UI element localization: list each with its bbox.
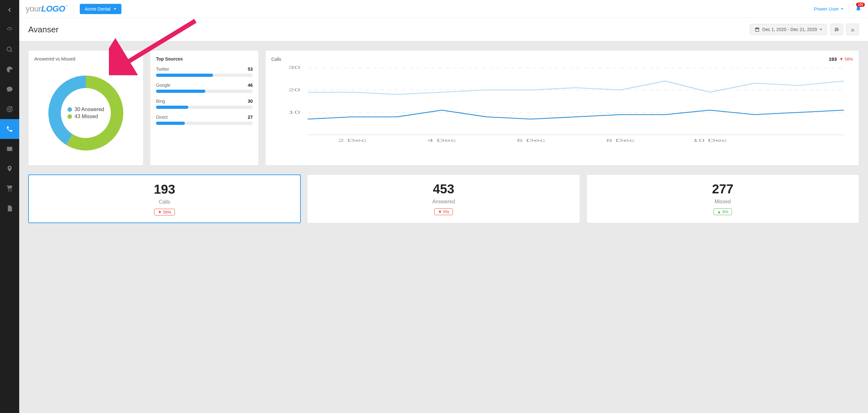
source-row: Twitter53 xyxy=(156,67,253,77)
stat-delta: ▼ 5% xyxy=(434,209,453,215)
notifications-button[interactable]: 100 xyxy=(855,5,862,13)
account-selector[interactable]: Acme Dental xyxy=(80,4,121,14)
card-title: Answered vs Missed xyxy=(34,56,137,61)
svg-text:10: 10 xyxy=(288,110,301,114)
sidebar-collapse[interactable] xyxy=(0,0,19,20)
top-sources-card: Top Sources Twitter53Google46Bing30Direc… xyxy=(150,50,259,165)
source-bar xyxy=(156,90,253,93)
svg-point-2 xyxy=(835,30,836,31)
caret-down-icon xyxy=(114,8,116,10)
card-title: Top Sources xyxy=(156,56,253,61)
source-row: Bing30 xyxy=(156,99,253,109)
source-value: 27 xyxy=(248,115,253,120)
stat-label: Missed xyxy=(594,199,852,204)
content: Answered vs Missed 30 Answered 43 Missed… xyxy=(19,41,868,232)
sidebar-mail[interactable] xyxy=(0,139,19,159)
calls-delta: ▼ 58% xyxy=(839,57,853,61)
stat-card-missed[interactable]: 277Missed▲ 9% xyxy=(586,174,859,223)
legend-dot-missed xyxy=(68,114,72,119)
calendar-icon xyxy=(755,27,760,32)
svg-point-3 xyxy=(836,29,837,29)
topbar: yourLOGO™ Acme Dental Power User 100 xyxy=(19,0,868,18)
svg-text:10 Dec: 10 Dec xyxy=(692,138,727,142)
source-name: Google xyxy=(156,83,170,88)
page-header: Avanser Dec 1, 2020 - Dec 21, 2020 xyxy=(19,18,868,41)
calls-total: 193 xyxy=(829,56,837,62)
svg-text:6 Dec: 6 Dec xyxy=(517,138,546,142)
stat-delta: ▼ 58% xyxy=(154,209,175,216)
svg-text:4 Dec: 4 Dec xyxy=(428,138,456,142)
card-title: Calls xyxy=(271,57,281,62)
sidebar-location[interactable] xyxy=(0,159,19,179)
stat-value: 277 xyxy=(594,182,852,196)
calls-chart-card: Calls 193 ▼ 58% 1020302 Dec4 Dec6 Dec8 D… xyxy=(265,50,859,165)
sliders-icon xyxy=(834,27,839,32)
svg-text:2 Dec: 2 Dec xyxy=(338,138,367,142)
sidebar-analytics[interactable] xyxy=(0,60,19,80)
stat-value: 453 xyxy=(314,182,572,196)
source-row: Google46 xyxy=(156,83,253,93)
stat-value: 193 xyxy=(36,182,293,197)
source-bar xyxy=(156,106,253,109)
stat-delta: ▲ 9% xyxy=(714,209,732,215)
source-value: 46 xyxy=(248,83,253,88)
brand-logo: yourLOGO™ xyxy=(26,4,68,14)
source-bar xyxy=(156,122,253,125)
source-bar xyxy=(156,74,253,77)
source-row: Direct27 xyxy=(156,115,253,125)
source-name: Twitter xyxy=(156,67,169,72)
stat-label: Answered xyxy=(314,199,572,204)
svg-point-4 xyxy=(838,29,839,30)
sidebar xyxy=(0,0,19,232)
page-title: Avanser xyxy=(28,25,59,35)
sidebar-chat[interactable] xyxy=(0,80,19,99)
legend-dot-answered xyxy=(68,107,72,112)
divider xyxy=(74,4,74,13)
svg-point-1 xyxy=(8,108,10,110)
settings-button[interactable] xyxy=(830,24,843,35)
source-name: Direct xyxy=(156,115,168,120)
donut-legend: 30 Answered 43 Missed xyxy=(68,105,104,121)
download-icon xyxy=(850,27,855,32)
caret-down-icon xyxy=(841,8,843,10)
sidebar-reports[interactable] xyxy=(0,198,19,218)
sidebar-dashboard[interactable] xyxy=(0,20,19,40)
calls-line-chart: 1020302 Dec4 Dec6 Dec8 Dec10 Dec xyxy=(271,64,853,145)
divider xyxy=(849,4,849,13)
date-range-picker[interactable]: Dec 1, 2020 - Dec 21, 2020 xyxy=(750,24,827,35)
sidebar-goals[interactable] xyxy=(0,99,19,119)
caret-down-icon xyxy=(819,29,822,30)
notification-badge: 100 xyxy=(856,3,865,7)
svg-text:8 Dec: 8 Dec xyxy=(606,138,635,142)
source-value: 53 xyxy=(248,67,253,72)
download-button[interactable] xyxy=(846,24,859,35)
source-name: Bing xyxy=(156,99,165,104)
sidebar-search[interactable] xyxy=(0,40,19,60)
stat-card-answered[interactable]: 453Answered▼ 5% xyxy=(307,174,580,223)
source-value: 30 xyxy=(248,99,253,104)
svg-text:20: 20 xyxy=(288,88,301,92)
stat-card-calls[interactable]: 193Calls▼ 58% xyxy=(28,174,301,223)
svg-text:30: 30 xyxy=(288,65,301,69)
user-menu[interactable]: Power User xyxy=(814,6,843,11)
sidebar-calls[interactable] xyxy=(0,119,19,139)
stat-label: Calls xyxy=(36,199,293,205)
answered-vs-missed-card: Answered vs Missed 30 Answered 43 Missed xyxy=(28,50,144,165)
sidebar-commerce[interactable] xyxy=(0,179,19,198)
